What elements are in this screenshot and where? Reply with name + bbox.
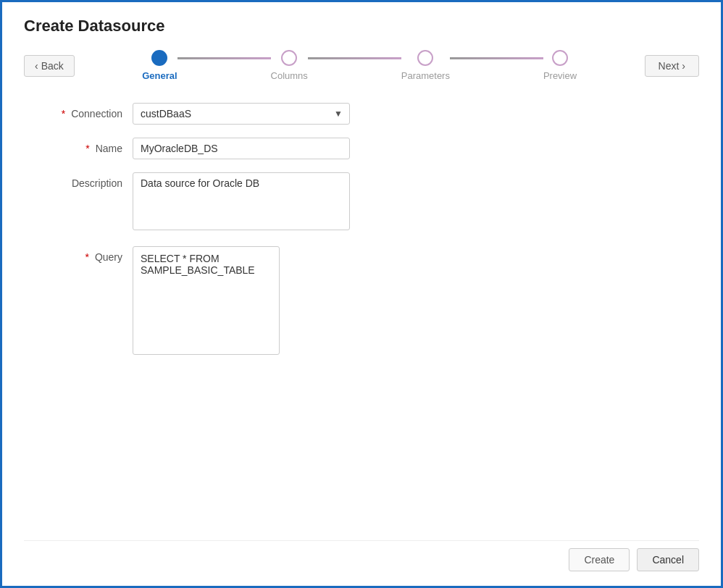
connector-2 bbox=[308, 57, 401, 59]
query-row: * Query SELECT * FROM SAMPLE_BASIC_TABLE bbox=[38, 246, 685, 358]
name-row: * Name bbox=[38, 138, 685, 159]
connection-control: custDBaaS OtherConnection ▼ bbox=[133, 103, 685, 125]
cancel-button[interactable]: Cancel bbox=[637, 548, 699, 571]
step-label-parameters: Parameters bbox=[401, 70, 450, 81]
form-section: * Connection custDBaaS OtherConnection ▼… bbox=[24, 103, 699, 540]
step-columns[interactable]: Columns bbox=[271, 50, 308, 81]
back-label: Back bbox=[41, 60, 64, 72]
next-label: Next bbox=[659, 60, 680, 72]
footer-actions: Create Cancel bbox=[24, 540, 699, 571]
connection-select-wrapper: custDBaaS OtherConnection ▼ bbox=[133, 103, 350, 125]
query-label: * Query bbox=[38, 246, 133, 263]
step-circle-parameters bbox=[417, 50, 433, 66]
description-control: Data source for Oracle DB bbox=[133, 172, 685, 233]
page-title: Create Datasource bbox=[24, 17, 699, 35]
wizard-navigation: ‹ Back General Columns bbox=[24, 50, 699, 81]
step-circle-preview bbox=[552, 50, 568, 66]
step-circle-columns bbox=[281, 50, 297, 66]
query-control: SELECT * FROM SAMPLE_BASIC_TABLE bbox=[133, 246, 685, 358]
step-label-preview: Preview bbox=[543, 70, 577, 81]
step-circle-general bbox=[151, 50, 167, 66]
name-control bbox=[133, 138, 685, 159]
steps-container: General Columns Parameters bbox=[89, 50, 630, 81]
description-row: Description Data source for Oracle DB bbox=[38, 172, 685, 233]
step-preview[interactable]: Preview bbox=[543, 50, 577, 81]
connection-label: * Connection bbox=[38, 103, 133, 119]
step-label-columns: Columns bbox=[271, 70, 308, 81]
name-required-star: * bbox=[85, 143, 89, 154]
back-button[interactable]: ‹ Back bbox=[24, 55, 75, 77]
back-arrow-icon: ‹ bbox=[35, 60, 38, 72]
steps-track: General Columns Parameters bbox=[142, 50, 577, 81]
connection-select[interactable]: custDBaaS OtherConnection bbox=[133, 103, 350, 125]
connection-required-star: * bbox=[62, 108, 65, 119]
step-label-general: General bbox=[142, 70, 177, 81]
connection-row: * Connection custDBaaS OtherConnection ▼ bbox=[38, 103, 685, 125]
step-general[interactable]: General bbox=[142, 50, 177, 81]
name-input[interactable] bbox=[133, 138, 350, 159]
description-textarea[interactable]: Data source for Oracle DB bbox=[133, 172, 350, 230]
next-button[interactable]: Next › bbox=[645, 55, 699, 77]
query-textarea[interactable]: SELECT * FROM SAMPLE_BASIC_TABLE bbox=[133, 246, 280, 355]
create-button[interactable]: Create bbox=[569, 548, 630, 571]
step-parameters[interactable]: Parameters bbox=[401, 50, 450, 81]
query-required-star: * bbox=[85, 251, 89, 263]
description-label: Description bbox=[38, 172, 133, 189]
name-label: * Name bbox=[38, 138, 133, 154]
connector-3 bbox=[450, 57, 543, 59]
next-arrow-icon: › bbox=[682, 60, 685, 72]
connector-1 bbox=[177, 57, 271, 59]
